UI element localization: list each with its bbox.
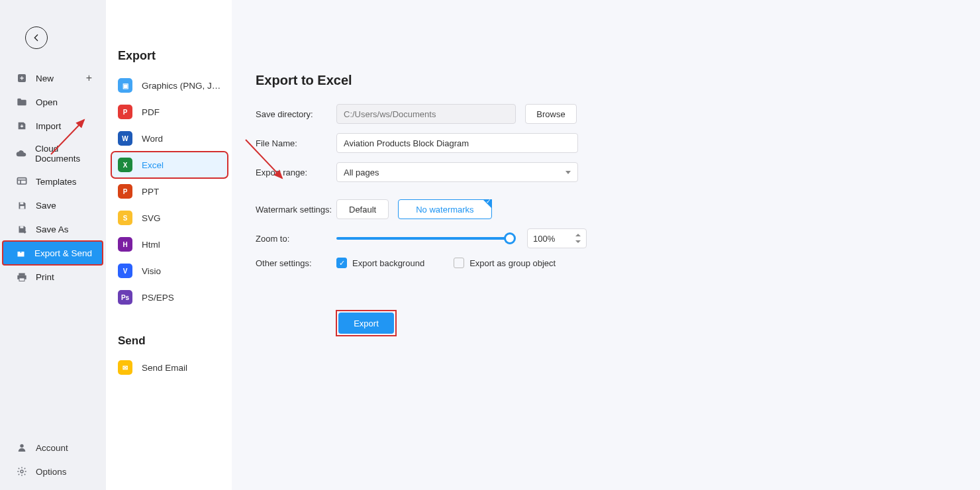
export-item-label: PDF <box>142 107 160 117</box>
watermark-none-button[interactable]: No watermarks <box>398 199 491 219</box>
export-item-pdf[interactable]: P PDF <box>111 99 228 125</box>
row-watermark: Watermark settings: Default No watermark… <box>256 199 954 219</box>
sidebar-item-options[interactable]: Options <box>4 460 101 483</box>
cloud-icon <box>16 148 27 160</box>
mail-icon: ✉ <box>118 360 132 375</box>
annotation-arrow-icon <box>242 136 295 192</box>
excel-file-icon: X <box>118 158 132 172</box>
export-item-graphics[interactable]: ▣ Graphics (PNG, JPG e... <box>111 72 228 99</box>
export-item-label: Excel <box>142 160 164 170</box>
sidebar-label: Account <box>36 443 68 453</box>
word-file-icon: W <box>118 131 132 146</box>
left-rail: New + Open Import Cloud Documents Templa… <box>0 0 106 490</box>
export-heading: Export <box>118 49 228 63</box>
export-item-label: PS/EPS <box>142 293 174 303</box>
svg-rect-14 <box>20 206 24 209</box>
sidebar-item-print[interactable]: Print <box>4 265 101 289</box>
row-save-directory: Save directory: Browse <box>256 104 954 124</box>
export-item-label: Graphics (PNG, JPG e... <box>142 81 221 91</box>
sidebar-item-templates[interactable]: Templates <box>4 170 101 193</box>
svg-rect-12 <box>17 178 26 184</box>
sidebar-label: Export & Send <box>34 248 92 258</box>
zoom-label: Zoom to: <box>256 234 336 244</box>
export-item-ppt[interactable]: P PPT <box>111 178 228 205</box>
svg-point-20 <box>21 470 23 473</box>
sidebar-label: Print <box>36 272 54 282</box>
export-background-checkbox[interactable]: ✓ <box>336 258 347 268</box>
export-icon <box>15 247 26 259</box>
zoom-slider[interactable] <box>336 237 510 240</box>
svg-file-icon: S <box>118 211 132 225</box>
export-item-visio[interactable]: V Visio <box>111 258 228 284</box>
sidebar-label: Templates <box>36 177 77 187</box>
sidebar-item-new[interactable]: New + <box>4 66 101 90</box>
watermark-label: Watermark settings: <box>256 205 336 215</box>
row-file-name: File Name: <box>256 133 954 153</box>
svg-rect-18 <box>19 277 24 281</box>
sidebar-label: New <box>36 74 54 83</box>
export-item-word[interactable]: W Word <box>111 125 228 152</box>
zoom-value: 100% <box>533 234 555 244</box>
export-item-pseps[interactable]: Ps PS/EPS <box>111 284 228 311</box>
templates-icon <box>16 175 28 187</box>
export-item-label: Html <box>142 240 160 250</box>
export-range-value: All pages <box>344 168 379 177</box>
watermark-default-button[interactable]: Default <box>336 199 389 219</box>
send-heading: Send <box>118 334 228 348</box>
visio-file-icon: V <box>118 264 132 278</box>
zoom-value-stepper[interactable]: 100% <box>527 228 587 248</box>
sidebar-item-export-send[interactable]: Export & Send <box>3 241 103 265</box>
svg-rect-16 <box>19 273 24 275</box>
sidebar-label: Options <box>36 467 67 477</box>
ps-file-icon: Ps <box>118 290 132 305</box>
export-item-html[interactable]: H Html <box>111 231 228 258</box>
sidebar-item-save[interactable]: Save <box>4 193 101 217</box>
export-column: Export ▣ Graphics (PNG, JPG e... P PDF W… <box>106 0 232 490</box>
sidebar-item-open[interactable]: Open <box>4 90 101 114</box>
main-panel: Export to Excel Save directory: Browse F… <box>232 0 980 490</box>
export-background-label: Export background <box>352 258 424 268</box>
sidebar-label: Save As <box>36 224 69 234</box>
sidebar-label: Save <box>36 201 56 211</box>
print-icon <box>16 271 28 283</box>
sidebar-label: Open <box>36 97 58 107</box>
plus-square-icon <box>16 72 28 84</box>
export-button[interactable]: Export <box>338 313 394 334</box>
export-group-checkbox[interactable] <box>454 258 464 268</box>
svg-rect-13 <box>20 202 23 204</box>
zoom-slider-thumb[interactable] <box>504 232 516 244</box>
export-item-label: SVG <box>142 213 161 223</box>
sidebar-item-account[interactable]: Account <box>4 436 101 460</box>
save-directory-input <box>336 104 516 124</box>
export-item-svg[interactable]: S SVG <box>111 205 228 231</box>
export-range-select[interactable]: All pages <box>336 162 578 182</box>
export-item-label: Send Email <box>142 363 187 373</box>
plus-icon[interactable]: + <box>86 72 92 84</box>
svg-line-21 <box>51 120 84 154</box>
browse-button[interactable]: Browse <box>525 104 577 124</box>
svg-point-19 <box>20 444 23 448</box>
export-item-label: Visio <box>142 266 161 276</box>
row-export-range: Export range: All pages <box>256 162 954 182</box>
svg-line-22 <box>246 140 282 178</box>
account-icon <box>16 442 28 454</box>
export-group-label: Export as group object <box>469 258 556 268</box>
options-gear-icon <box>16 466 28 477</box>
export-item-label: Word <box>142 134 163 144</box>
image-file-icon: ▣ <box>118 78 132 93</box>
save-as-icon <box>16 223 28 235</box>
folder-icon <box>16 96 28 108</box>
file-name-input[interactable] <box>336 133 578 153</box>
sidebar-item-save-as[interactable]: Save As <box>4 217 101 241</box>
html-file-icon: H <box>118 237 132 252</box>
send-item-email[interactable]: ✉ Send Email <box>111 354 228 381</box>
back-button[interactable] <box>25 26 48 49</box>
export-item-excel[interactable]: X Excel <box>111 152 228 178</box>
import-icon <box>16 120 28 132</box>
svg-rect-15 <box>20 226 23 228</box>
export-item-label: PPT <box>142 187 159 197</box>
save-icon <box>16 199 28 211</box>
ppt-file-icon: P <box>118 184 132 199</box>
save-directory-label: Save directory: <box>256 109 336 119</box>
pdf-file-icon: P <box>118 105 132 119</box>
